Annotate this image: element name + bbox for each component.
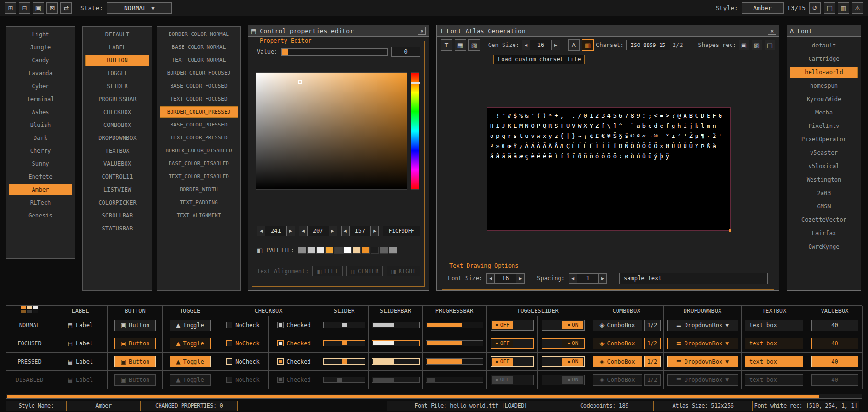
- style-item-candy[interactable]: Candy: [9, 55, 72, 66]
- checkbox-unchecked[interactable]: NoCheck: [226, 358, 260, 365]
- style-name-box[interactable]: Amber: [742, 2, 784, 14]
- control-item-textbox[interactable]: TEXTBOX: [85, 145, 149, 157]
- palette-swatch-3[interactable]: [325, 247, 333, 254]
- style-item-amber[interactable]: Amber: [9, 184, 72, 195]
- slider-control[interactable]: [323, 322, 365, 328]
- style-item-terminal[interactable]: Terminal: [9, 93, 72, 105]
- reload-style-button[interactable]: ↺: [809, 2, 821, 14]
- font-window-titlebar[interactable]: A Font: [787, 25, 861, 37]
- property-item-text-color-pressed[interactable]: TEXT_COLOR_PRESSED: [160, 132, 238, 144]
- toggle-control[interactable]: ▲Toggle: [170, 338, 211, 349]
- control-item-slider[interactable]: SLIDER: [85, 80, 149, 92]
- scrollbar-handle[interactable]: [7, 395, 819, 398]
- property-item-text-color-focused[interactable]: TEXT_COLOR_FOCUSED: [160, 93, 238, 105]
- font-item-homespun[interactable]: homespun: [790, 80, 858, 92]
- font-item-v5easter[interactable]: v5easter: [790, 147, 858, 159]
- palette-swatch-5[interactable]: [343, 247, 352, 254]
- style-item-rltech[interactable]: RLTech: [9, 197, 72, 208]
- checkbox-checked[interactable]: Checked: [277, 358, 311, 365]
- value-box[interactable]: 0: [391, 47, 420, 57]
- palette-swatch-7[interactable]: [362, 247, 370, 254]
- control-item-checkbox[interactable]: CHECKBOX: [85, 106, 149, 118]
- combobox-control[interactable]: ◈ComboBox1/2: [593, 356, 661, 367]
- palette-swatch-10[interactable]: [389, 247, 397, 254]
- property-item-border-color-focused[interactable]: BORDER_COLOR_FOCUSED: [160, 68, 238, 79]
- dropdownbox-control[interactable]: ≡DropdownBox▼: [667, 320, 738, 331]
- textbox-control[interactable]: text box: [745, 356, 803, 367]
- atlas-view-button[interactable]: ▦: [455, 39, 466, 51]
- control-item-default[interactable]: DEFAULT: [85, 29, 149, 40]
- property-item-border-color-normal[interactable]: BORDER_COLOR_NORMAL: [160, 29, 238, 40]
- font-item-westington[interactable]: Westington: [790, 174, 858, 185]
- value-slider[interactable]: [281, 48, 388, 56]
- font-size-increment-button[interactable]: ▶: [516, 273, 525, 284]
- control-item-colorpicker[interactable]: COLORPICKER: [85, 197, 149, 208]
- font-text-mode-button[interactable]: T: [441, 39, 452, 51]
- font-item-gmsn[interactable]: GMSN: [790, 201, 858, 212]
- style-item-ashes[interactable]: Ashes: [9, 106, 72, 118]
- toggleslider-off[interactable]: ▪OFF: [491, 356, 534, 367]
- style-item-cyber[interactable]: Cyber: [9, 80, 72, 92]
- property-item-border-width[interactable]: BORDER_WIDTH: [160, 184, 238, 195]
- checkbox-unchecked[interactable]: NoCheck: [226, 340, 260, 347]
- palette-swatch-0[interactable]: [298, 247, 306, 254]
- button-control[interactable]: ▣Button: [114, 374, 156, 386]
- hue-bar[interactable]: [411, 72, 419, 190]
- checkbox-unchecked[interactable]: NoCheck: [226, 377, 260, 383]
- about-button[interactable]: ⚠: [852, 2, 863, 14]
- font-item-2a03[interactable]: 2a03: [790, 187, 858, 199]
- slider-handle[interactable]: [342, 323, 347, 327]
- toggleslider-off[interactable]: ▪OFF: [491, 375, 534, 385]
- valuebox-control[interactable]: 40: [811, 320, 858, 331]
- palette-swatch-6[interactable]: [353, 247, 361, 254]
- font-item-pixeloperator[interactable]: PixelOperator: [790, 134, 858, 145]
- control-item-dropdownbox[interactable]: DROPDOWNBOX: [85, 132, 149, 144]
- property-item-text-color-disabled[interactable]: TEXT_COLOR_DISABLED: [160, 171, 238, 183]
- green-increment-button[interactable]: ▶: [329, 226, 337, 236]
- style-item-cherry[interactable]: Cherry: [9, 145, 72, 157]
- charset-value-box[interactable]: ISO-8859-15: [626, 40, 670, 50]
- gen-size-increment-button[interactable]: ▶: [551, 40, 560, 50]
- property-item-text-color-normal[interactable]: TEXT_COLOR_NORMAL: [160, 55, 238, 66]
- spacing-value[interactable]: 1: [577, 273, 598, 284]
- spacing-decrement-button[interactable]: ◀: [569, 273, 577, 284]
- font-item-cartridge[interactable]: Cartridge: [790, 53, 858, 65]
- sliderbar-control[interactable]: [372, 322, 420, 328]
- style-item-lavanda[interactable]: Lavanda: [9, 68, 72, 79]
- horizontal-scrollbar[interactable]: [6, 394, 862, 399]
- palette-swatch-8[interactable]: [371, 247, 379, 254]
- control-item-statusbar[interactable]: STATUSBAR: [85, 223, 149, 234]
- gen-size-decrement-button[interactable]: ◀: [522, 40, 530, 50]
- style-item-light[interactable]: Light: [9, 29, 72, 40]
- textbox-control[interactable]: text box: [745, 374, 803, 386]
- property-item-base-color-disabled[interactable]: BASE_COLOR_DISABLED: [160, 158, 238, 170]
- control-item-valuebox[interactable]: VALUEBOX: [85, 158, 149, 170]
- toggleslider-on[interactable]: ▪ON: [542, 338, 585, 349]
- dropdownbox-control[interactable]: ≡DropdownBox▼: [667, 356, 738, 367]
- font-atlas-titlebar[interactable]: T Font Atlas Generation ×: [437, 25, 779, 37]
- control-item-combobox[interactable]: COMBOBOX: [85, 119, 149, 131]
- font-item-pixelintv[interactable]: PixelIntv: [790, 120, 858, 132]
- toggle-control[interactable]: ▲Toggle: [170, 320, 211, 331]
- font-item-hello-world[interactable]: hello-world: [790, 67, 858, 78]
- sliderbar-control[interactable]: [372, 340, 420, 346]
- style-item-sunny[interactable]: Sunny: [9, 158, 72, 170]
- sliderbar-control[interactable]: [372, 377, 420, 383]
- valuebox-control[interactable]: 40: [811, 338, 858, 349]
- font-atlas-close-button[interactable]: ×: [768, 27, 776, 35]
- valuebox-control[interactable]: 40: [811, 356, 858, 367]
- spacing-increment-button[interactable]: ▶: [598, 273, 607, 284]
- slider-handle[interactable]: [337, 378, 342, 382]
- slider-control[interactable]: [323, 377, 365, 383]
- checkbox-unchecked[interactable]: NoCheck: [226, 322, 260, 329]
- slider-control[interactable]: [323, 340, 365, 346]
- combobox-control[interactable]: ◈ComboBox1/2: [593, 338, 661, 349]
- font-item-mecha[interactable]: Mecha: [790, 107, 858, 118]
- screen-mode-button[interactable]: ▤: [824, 2, 835, 14]
- sliderbar-control[interactable]: [372, 358, 420, 365]
- state-dropdown[interactable]: NORMAL ▼: [107, 2, 172, 14]
- button-control[interactable]: ▣Button: [114, 320, 156, 331]
- combobox-counter[interactable]: 1/2: [644, 320, 661, 331]
- save-style-button[interactable]: ▣: [33, 2, 44, 14]
- palette-swatch-1[interactable]: [307, 247, 315, 254]
